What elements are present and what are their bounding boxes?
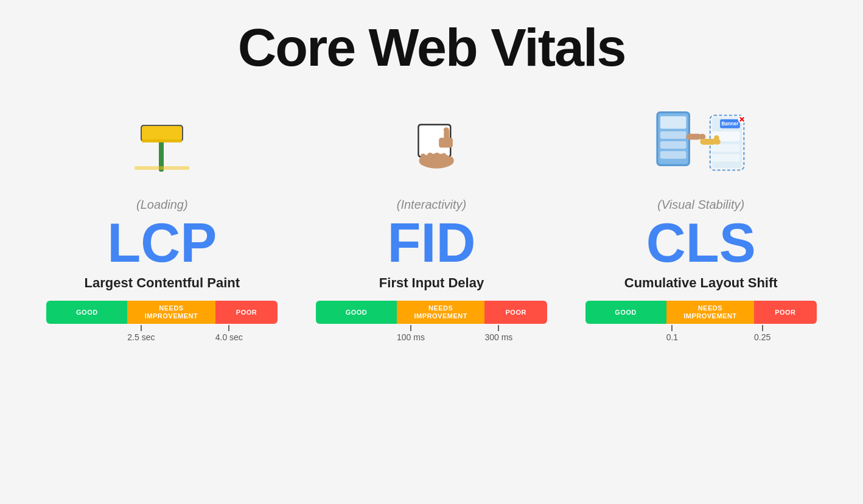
lcp-tick-line-2 <box>228 325 229 331</box>
svg-rect-11 <box>435 152 439 161</box>
cls-card: Banner (Visual Stability) CLS Cumu <box>575 89 826 480</box>
fid-good-segment: GOOD <box>316 301 397 324</box>
lcp-ticks: 2.5 sec 4.0 sec <box>46 325 278 342</box>
svg-rect-18 <box>660 116 687 128</box>
lcp-abbr: LCP <box>107 215 217 270</box>
cls-tick-line-1 <box>671 325 673 331</box>
fid-needs-segment: NEEDSIMPROVEMENT <box>397 301 484 324</box>
cls-name: Cumulative Layout Shift <box>624 275 778 291</box>
svg-rect-20 <box>660 141 687 149</box>
lcp-icon-label: (Loading) <box>136 198 188 212</box>
cls-tick-line-2 <box>762 325 763 331</box>
svg-rect-21 <box>660 151 687 158</box>
lcp-tick-2: 4.0 sec <box>215 325 243 342</box>
cls-ticks: 0.1 0.25 <box>585 325 817 342</box>
cls-gauge-bar: GOOD NEEDSIMPROVEMENT POOR <box>585 301 817 324</box>
cls-poor-segment: POOR <box>754 301 817 324</box>
svg-rect-2 <box>142 126 182 141</box>
svg-rect-19 <box>660 131 687 138</box>
svg-rect-36 <box>714 135 719 144</box>
svg-rect-3 <box>142 139 182 142</box>
lcp-gauge: GOOD NEEDSIMPROVEMENT POOR 2.5 sec 4.0 s… <box>46 301 278 342</box>
fid-gauge: GOOD NEEDSIMPROVEMENT POOR 100 ms 300 ms <box>316 301 547 342</box>
lcp-gauge-bar: GOOD NEEDSIMPROVEMENT POOR <box>46 301 278 324</box>
lcp-name: Largest Contentful Paint <box>85 275 240 291</box>
lcp-poor-segment: POOR <box>215 301 278 324</box>
fid-name: First Input Delay <box>379 275 484 291</box>
lcp-marker-2: 4.0 sec <box>215 332 243 342</box>
lcp-tick-line-1 <box>141 325 142 331</box>
cls-needs-segment: NEEDSIMPROVEMENT <box>666 301 754 324</box>
svg-point-14 <box>444 127 449 132</box>
fid-gauge-bar: GOOD NEEDSIMPROVEMENT POOR <box>316 301 547 324</box>
page-title: Core Web Vitals <box>238 18 626 77</box>
svg-rect-15 <box>439 138 453 147</box>
fid-tick-line-2 <box>498 325 499 331</box>
fid-abbr: FID <box>388 215 476 270</box>
vitals-grid: (Loading) LCP Largest Contentful Paint G… <box>37 89 826 480</box>
fid-card: (Interactivity) FID First Input Delay GO… <box>306 89 557 480</box>
cls-abbr: CLS <box>646 215 756 270</box>
svg-rect-9 <box>421 153 425 163</box>
cls-good-segment: GOOD <box>585 301 666 324</box>
lcp-icon <box>122 102 201 181</box>
fid-tick-2: 300 ms <box>484 325 512 342</box>
cls-tick-2: 0.25 <box>754 325 770 342</box>
svg-rect-10 <box>428 152 433 161</box>
svg-rect-33 <box>712 154 740 161</box>
fid-icon <box>392 102 471 181</box>
lcp-needs-segment: NEEDSIMPROVEMENT <box>127 301 215 324</box>
cls-icon-area: Banner <box>646 89 756 193</box>
lcp-good-segment: GOOD <box>46 301 127 324</box>
svg-rect-12 <box>441 153 446 162</box>
lcp-marker-1: 2.5 sec <box>127 332 155 342</box>
page-container: Core Web Vitals (Loading) <box>0 0 863 504</box>
svg-rect-4 <box>135 166 189 170</box>
cls-marker-2: 0.25 <box>754 332 770 342</box>
fid-tick-line-1 <box>410 325 411 331</box>
fid-icon-label: (Interactivity) <box>397 198 466 212</box>
fid-marker-1: 100 ms <box>397 332 425 342</box>
fid-tick-1: 100 ms <box>397 325 425 342</box>
fid-marker-2: 300 ms <box>484 332 512 342</box>
svg-text:Banner: Banner <box>721 121 739 127</box>
cls-gauge: GOOD NEEDSIMPROVEMENT POOR 0.1 0.25 <box>585 301 817 342</box>
fid-poor-segment: POOR <box>484 301 547 324</box>
lcp-tick-1: 2.5 sec <box>127 325 155 342</box>
cls-icon: Banner <box>646 102 756 181</box>
cls-icon-label: (Visual Stability) <box>657 198 744 212</box>
fid-ticks: 100 ms 300 ms <box>316 325 547 342</box>
lcp-card: (Loading) LCP Largest Contentful Paint G… <box>37 89 288 480</box>
cls-tick-1: 0.1 <box>666 325 678 342</box>
lcp-icon-area <box>122 89 201 193</box>
cls-marker-1: 0.1 <box>666 332 678 342</box>
fid-icon-area <box>392 89 471 193</box>
svg-rect-32 <box>712 144 740 152</box>
